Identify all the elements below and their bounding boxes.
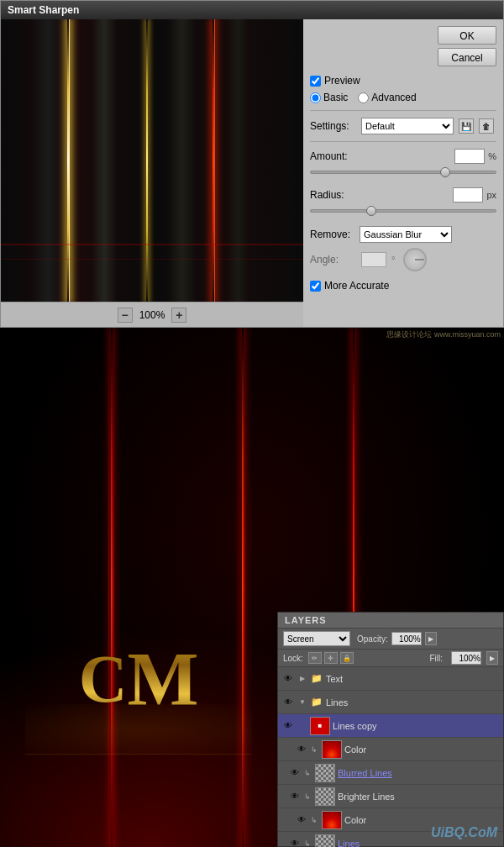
layer-name-lines-folder: Lines — [326, 697, 500, 708]
layer-thumb-lines-copy: ■ — [310, 717, 330, 735]
controls-panel: OK Cancel Preview Basic Advanced Set — [303, 19, 503, 327]
angle-dial[interactable] — [403, 248, 427, 271]
layer-row-blurred[interactable]: 👁 ↳ Blurred Lines — [278, 761, 503, 785]
folder-icon-text: 📁 — [310, 672, 323, 686]
ok-button[interactable]: OK — [438, 26, 496, 45]
smart-sharpen-dialog: Smart Sharpen — [0, 0, 504, 328]
layer-row-lines-copy[interactable]: 👁 ■ Lines copy — [278, 714, 503, 738]
radius-slider-track — [310, 209, 496, 213]
opacity-input[interactable] — [391, 632, 422, 645]
preview-checkbox[interactable] — [310, 76, 321, 87]
zoom-in-button[interactable]: + — [171, 308, 186, 323]
decorative-border — [25, 704, 252, 755]
lock-pixels-button[interactable]: ✏ — [308, 652, 322, 664]
layers-lock-row: Lock: ✏ ✛ 🔒 Fill: ▶ — [278, 650, 503, 667]
layer-thumb-blurred — [315, 764, 335, 782]
eye-icon-lines-copy[interactable]: 👁 — [281, 719, 295, 733]
radius-input[interactable]: 2,0 — [453, 187, 483, 203]
settings-select[interactable]: Default — [361, 118, 454, 134]
layer-row-brighter[interactable]: 👁 ↳ Brighter Lines — [278, 785, 503, 808]
layers-panel: LAYERS Screen Opacity: ▶ Lock: ✏ ✛ 🔒 Fil… — [277, 612, 504, 847]
radius-slider[interactable] — [366, 206, 376, 216]
layer-name-color-2: Color — [344, 815, 500, 825]
folder-icon-lines: 📁 — [310, 696, 323, 709]
eye-icon-color-2[interactable]: 👁 — [295, 813, 308, 827]
eye-icon-color-1[interactable]: 👁 — [295, 743, 308, 756]
eye-icon-text[interactable]: 👁 — [281, 672, 295, 686]
zoom-level: 100% — [139, 309, 165, 321]
eye-icon-brighter[interactable]: 👁 — [288, 790, 302, 803]
opacity-arrow[interactable]: ▶ — [425, 632, 437, 645]
expand-text[interactable]: ▶ — [297, 672, 307, 686]
layer-name-color-1: Color — [344, 744, 500, 755]
preview-label: Preview — [324, 75, 360, 87]
layer-thumb-color-1 — [322, 740, 342, 759]
remove-label: Remove: — [310, 229, 356, 240]
amount-input[interactable]: 100 — [454, 149, 485, 164]
blend-mode-select[interactable]: Screen — [283, 631, 350, 646]
dialog-title: Smart Sharpen — [1, 1, 503, 19]
fill-arrow[interactable]: ▶ — [486, 651, 498, 665]
preview-footer: − 100% + — [1, 302, 303, 327]
cancel-button[interactable]: Cancel — [438, 48, 496, 66]
angle-label: Angle: — [310, 254, 356, 266]
layer-thumb-color-2 — [322, 811, 342, 829]
zoom-out-button[interactable]: − — [118, 308, 133, 323]
layers-panel-header: LAYERS — [278, 613, 503, 629]
basic-radio[interactable] — [310, 92, 321, 103]
layer-name-text: Text — [326, 674, 500, 684]
remove-select[interactable]: Gaussian Blur — [360, 226, 452, 243]
eye-icon-lines-folder[interactable]: 👁 — [281, 696, 295, 709]
preview-area: − 100% + — [1, 19, 303, 327]
settings-label: Settings: — [310, 120, 356, 132]
angle-input[interactable]: 0 — [361, 252, 386, 267]
preview-canvas — [1, 19, 303, 302]
lock-all-button[interactable]: 🔒 — [340, 652, 354, 664]
radius-label: Radius: — [310, 189, 356, 201]
amount-slider[interactable] — [440, 167, 450, 177]
main-canvas: C M 思缘设计论坛 www.missyuan.com UiBQ.CoM LAY… — [0, 328, 504, 847]
layer-row-lines-folder[interactable]: 👁 ▼ 📁 Lines — [278, 691, 503, 714]
layer-thumb-brighter — [315, 787, 335, 806]
amount-slider-track — [310, 171, 496, 174]
advanced-radio[interactable] — [358, 92, 369, 103]
fill-input[interactable] — [451, 651, 481, 665]
layer-name-blurred: Blurred Lines — [338, 768, 500, 778]
more-accurate-checkbox[interactable] — [310, 281, 321, 292]
layer-name-brighter: Brighter Lines — [338, 792, 500, 802]
eye-icon-lines-base[interactable]: 👁 — [288, 837, 302, 848]
more-accurate-label: More Accurate — [324, 280, 389, 292]
layer-name-lines-copy: Lines copy — [333, 721, 500, 731]
amount-label: Amount: — [310, 150, 356, 162]
layer-row-text[interactable]: 👁 ▶ 📁 Text — [278, 667, 503, 691]
settings-delete-icon[interactable]: 🗑 — [479, 118, 494, 134]
layers-toolbar: Screen Opacity: ▶ — [278, 629, 503, 650]
expand-lines[interactable]: ▼ — [297, 696, 307, 709]
watermark-bottom: UiBQ.CoM — [431, 825, 497, 840]
eye-icon-blurred[interactable]: 👁 — [288, 766, 302, 780]
lock-icons: ✏ ✛ 🔒 — [308, 652, 354, 664]
layer-row-color-1[interactable]: 👁 ↳ Color — [278, 738, 503, 761]
settings-save-icon[interactable]: 💾 — [459, 118, 474, 134]
lock-move-button[interactable]: ✛ — [324, 652, 338, 664]
watermark-top: 思缘设计论坛 www.missyuan.com — [383, 328, 504, 342]
layer-thumb-lines-base — [315, 834, 335, 848]
